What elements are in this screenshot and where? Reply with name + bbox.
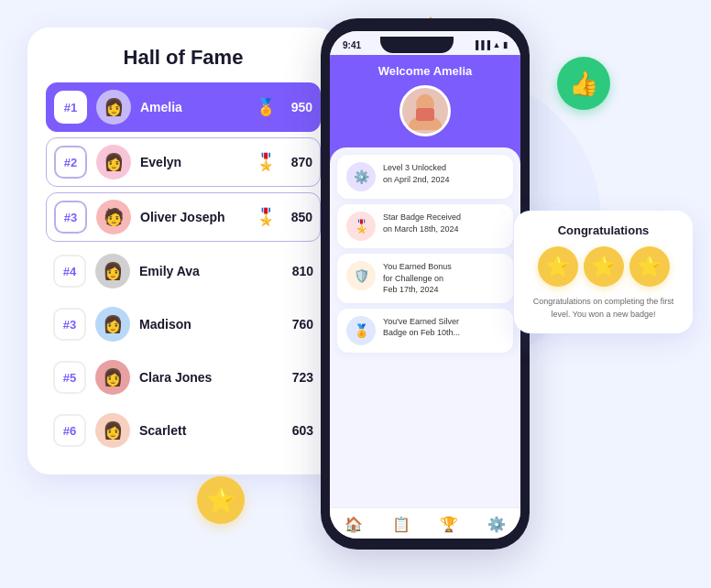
avatar: 👩 (96, 145, 131, 180)
star-2: ⭐ (584, 246, 624, 287)
thumbs-up-icon: 👍 (557, 57, 610, 110)
player-score: 870 (283, 155, 312, 169)
phone-status-icons: ▐▐▐ ▲ ▮ (473, 40, 508, 49)
hall-of-fame-card: Hall of Fame #1 👩 Amelia 🏅 950 #2 👩 Evel… (27, 27, 339, 474)
medal-icon: 🎖️ (256, 152, 276, 172)
player-score: 723 (284, 370, 313, 385)
svg-rect-2 (416, 108, 434, 121)
avatar: 👩 (95, 254, 130, 289)
avatar: 👩 (95, 307, 130, 342)
nav-settings-icon[interactable]: ⚙️ (487, 516, 506, 533)
user-avatar (399, 85, 451, 136)
nav-trophy-icon[interactable]: 🏆 (440, 516, 458, 533)
hall-of-fame-title: Hall of Fame (46, 46, 321, 70)
player-name: Clara Jones (139, 370, 284, 385)
player-name: Oliver Joseph (140, 210, 256, 224)
feed-text-star: Star Badge Receivedon March 18th, 2024 (383, 212, 461, 234)
list-item[interactable]: 🛡️ You Earned Bonusfor Challenge onFeb 1… (337, 254, 513, 303)
player-name: Emily Ava (139, 264, 284, 278)
congrats-title: Congratulations (527, 223, 680, 237)
player-name: Evelyn (140, 155, 256, 169)
star-1: ⭐ (538, 246, 578, 287)
phone-mockup: 9:41 ▐▐▐ ▲ ▮ Welcome Amelia ⚙️ Level 3 U… (321, 18, 530, 550)
table-row[interactable]: #1 👩 Amelia 🏅 950 (46, 82, 321, 132)
phone-feed: ⚙️ Level 3 Unlockedon April 2nd, 2024 🎖️… (330, 147, 520, 507)
player-name: Scarlett (139, 423, 284, 438)
list-item[interactable]: 🎖️ Star Badge Receivedon March 18th, 202… (337, 204, 513, 248)
rank-badge: #3 (53, 308, 86, 341)
rank-badge: #4 (53, 255, 86, 288)
nav-home-icon[interactable]: 🏠 (345, 516, 363, 533)
feed-icon-level: ⚙️ (346, 162, 376, 191)
phone-status-bar: 9:41 ▐▐▐ ▲ ▮ (330, 31, 520, 55)
congrats-description: Congratulations on completing the first … (527, 296, 680, 321)
player-score: 603 (284, 423, 313, 438)
feed-text-level: Level 3 Unlockedon April 2nd, 2024 (383, 162, 450, 185)
feed-icon-silver: 🏅 (346, 316, 376, 345)
feed-text-bonus: You Earned Bonusfor Challenge onFeb 17th… (383, 261, 452, 296)
list-item[interactable]: ⚙️ Level 3 Unlockedon April 2nd, 2024 (337, 155, 513, 199)
congrats-stars: ⭐ ⭐ ⭐ (527, 246, 680, 287)
rank-badge: #1 (54, 91, 87, 124)
star-3: ⭐ (629, 246, 670, 287)
star-badge-decoration: ⭐ (197, 476, 245, 524)
player-score: 760 (284, 317, 313, 332)
player-name: Amelia (140, 100, 256, 114)
welcome-text: Welcome Amelia (343, 64, 508, 78)
congratulations-card: Congratulations ⭐ ⭐ ⭐ Congratulations on… (514, 211, 693, 333)
player-score: 810 (284, 264, 313, 278)
rank-badge: #5 (53, 361, 86, 394)
player-score: 950 (283, 100, 312, 114)
table-row[interactable]: #5 👩 Clara Jones 723 (46, 354, 321, 401)
table-row[interactable]: #6 👩 Scarlett 603 (46, 407, 321, 454)
list-item[interactable]: 🏅 You've Earned SilverBadge on Feb 10th.… (337, 309, 513, 353)
feed-icon-bonus: 🛡️ (346, 261, 376, 290)
table-row[interactable]: #3 🧑 Oliver Joseph 🎖️ 850 (46, 192, 321, 242)
avatar: 👩 (95, 360, 130, 395)
table-row[interactable]: #2 👩 Evelyn 🎖️ 870 (46, 137, 321, 187)
rank-badge: #2 (54, 146, 87, 179)
player-name: Madison (139, 317, 284, 332)
avatar: 🧑 (96, 200, 131, 234)
table-row[interactable]: #4 👩 Emily Ava 810 (46, 247, 321, 295)
rank-badge: #6 (53, 414, 86, 447)
phone-time: 9:41 (343, 40, 361, 50)
medal-icon: 🎖️ (256, 207, 276, 227)
phone-screen: 9:41 ▐▐▐ ▲ ▮ Welcome Amelia ⚙️ Level 3 U… (330, 31, 520, 539)
nav-list-icon[interactable]: 📋 (392, 516, 410, 533)
table-row[interactable]: #3 👩 Madison 760 (46, 300, 321, 348)
rank-badge: #3 (54, 201, 87, 234)
avatar: 👩 (96, 90, 131, 125)
phone-notch (380, 37, 454, 53)
phone-nav-bar: 🏠 📋 🏆 ⚙️ (330, 507, 520, 539)
feed-icon-star: 🎖️ (346, 212, 376, 241)
avatar: 👩 (95, 413, 130, 448)
player-score: 850 (283, 210, 312, 224)
medal-icon: 🏅 (256, 97, 276, 117)
feed-text-silver: You've Earned SilverBadge on Feb 10th... (383, 316, 460, 339)
